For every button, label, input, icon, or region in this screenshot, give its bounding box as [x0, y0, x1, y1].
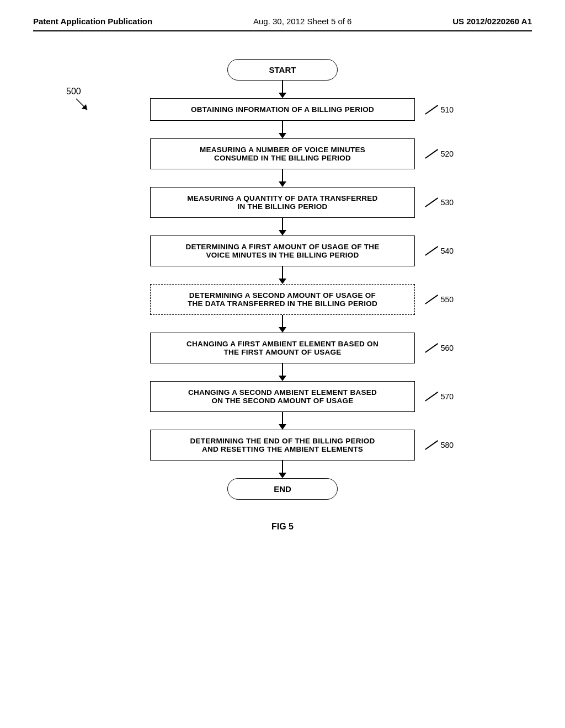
step-510-text: OBTAINING INFORMATION OF A BILLING PERIO… [191, 105, 374, 114]
arrow-510-520 [279, 121, 286, 138]
end-capsule: END [227, 478, 338, 500]
step-510-wrapper: OBTAINING INFORMATION OF A BILLING PERIO… [150, 98, 415, 121]
arrow-580-end [279, 461, 286, 478]
step-560-box: CHANGING A FIRST AMBIENT ELEMENT BASED O… [150, 333, 415, 363]
header-publication-label: Patent Application Publication [33, 17, 152, 26]
step-540-text: DETERMINING A FIRST AMOUNT OF USAGE OF T… [185, 243, 379, 259]
step-560-ref-number: 560 [441, 344, 454, 352]
step-560-ref: 560 [424, 344, 454, 352]
step-580-wrapper: DETERMINING THE END OF THE BILLING PERIO… [150, 430, 415, 461]
arrow-540-550 [279, 266, 286, 284]
step-550-wrapper: DETERMINING A SECOND AMOUNT OF USAGE OFT… [150, 284, 415, 315]
step-560-wrapper: CHANGING A FIRST AMBIENT ELEMENT BASED O… [150, 333, 415, 363]
step-530-ref: 530 [424, 198, 454, 207]
step-570-box: CHANGING A SECOND AMBIENT ELEMENT BASEDO… [150, 381, 415, 412]
step-550-text: DETERMINING A SECOND AMOUNT OF USAGE OFT… [188, 291, 377, 308]
arrow-530-540 [279, 218, 286, 235]
step-580-box: DETERMINING THE END OF THE BILLING PERIO… [150, 430, 415, 461]
step-520-ref-number: 520 [441, 149, 454, 158]
diagram-area: 500 START OBTAINING INF [33, 53, 532, 532]
header-patent-number: US 2012/0220260 A1 [452, 17, 532, 26]
step-540-wrapper: DETERMINING A FIRST AMOUNT OF USAGE OF T… [150, 235, 415, 266]
patent-page: Patent Application Publication Aug. 30, … [0, 0, 565, 728]
arrow-550-560 [279, 315, 286, 333]
arrow-520-530 [279, 169, 286, 187]
end-node: END [227, 478, 338, 500]
step-540-ref-number: 540 [441, 247, 454, 255]
header-date-sheet: Aug. 30, 2012 Sheet 5 of 6 [253, 17, 351, 26]
step-580-ref-number: 580 [441, 441, 454, 449]
step-550-box: DETERMINING A SECOND AMOUNT OF USAGE OFT… [150, 284, 415, 315]
step-570-ref: 570 [424, 392, 454, 401]
step-580-ref: 580 [424, 441, 454, 449]
page-header: Patent Application Publication Aug. 30, … [33, 17, 532, 31]
start-capsule: START [227, 59, 338, 81]
step-530-text: MEASURING A QUANTITY OF DATA TRANSFERRED… [187, 194, 377, 211]
step-520-ref: 520 [424, 149, 454, 158]
step-550-ref-number: 550 [441, 295, 454, 304]
step-580-text: DETERMINING THE END OF THE BILLING PERIO… [190, 437, 375, 453]
step-530-box: MEASURING A QUANTITY OF DATA TRANSFERRED… [150, 187, 415, 218]
step-550-ref: 550 [424, 295, 454, 304]
figure-caption: FIG 5 [33, 522, 532, 532]
step-560-text: CHANGING A FIRST AMBIENT ELEMENT BASED O… [186, 340, 379, 356]
step-520-box: MEASURING A NUMBER OF VOICE MINUTESCONSU… [150, 138, 415, 169]
step-540-box: DETERMINING A FIRST AMOUNT OF USAGE OF T… [150, 235, 415, 266]
arrow-start-510 [279, 81, 286, 98]
step-530-wrapper: MEASURING A QUANTITY OF DATA TRANSFERRED… [150, 187, 415, 218]
step-520-wrapper: MEASURING A NUMBER OF VOICE MINUTESCONSU… [150, 138, 415, 169]
step-510-ref-number: 510 [441, 105, 454, 114]
start-node: START [227, 59, 338, 81]
arrow-560-570 [279, 363, 286, 381]
step-540-ref: 540 [424, 247, 454, 255]
step-510-ref: 510 [424, 105, 454, 114]
step-510-box: OBTAINING INFORMATION OF A BILLING PERIO… [150, 98, 415, 121]
step-570-wrapper: CHANGING A SECOND AMBIENT ELEMENT BASEDO… [150, 381, 415, 412]
flowchart: START OBTAINING INFORMATION OF A BILLING… [33, 53, 532, 500]
arrow-570-580 [279, 412, 286, 430]
step-570-text: CHANGING A SECOND AMBIENT ELEMENT BASEDO… [188, 388, 377, 405]
step-520-text: MEASURING A NUMBER OF VOICE MINUTESCONSU… [200, 146, 365, 162]
step-530-ref-number: 530 [441, 198, 454, 207]
step-570-ref-number: 570 [441, 392, 454, 401]
